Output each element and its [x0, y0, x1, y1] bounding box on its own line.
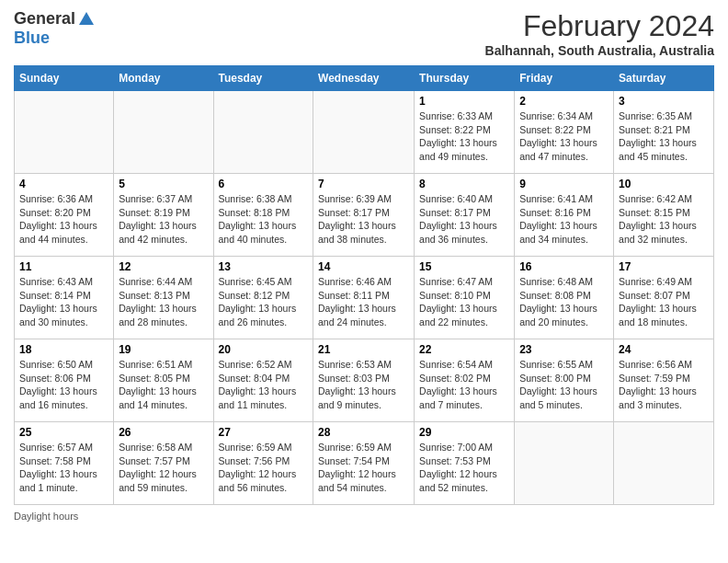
calendar-cell: [213, 91, 313, 174]
day-info: Sunrise: 6:43 AMSunset: 8:14 PMDaylight:…: [19, 275, 108, 329]
calendar-cell: 14Sunrise: 6:46 AMSunset: 8:11 PMDayligh…: [313, 257, 415, 339]
day-info: Sunrise: 6:44 AMSunset: 8:13 PMDaylight:…: [119, 275, 208, 329]
day-number: 25: [19, 426, 108, 439]
day-number: 10: [619, 178, 709, 190]
logo-icon: [77, 10, 96, 29]
calendar-cell: 2Sunrise: 6:34 AMSunset: 8:22 PMDaylight…: [515, 91, 614, 174]
day-number: 9: [519, 178, 609, 190]
day-number: 20: [219, 343, 309, 356]
calendar-cell: 26Sunrise: 6:58 AMSunset: 7:57 PMDayligh…: [114, 422, 213, 505]
day-info: Sunrise: 6:41 AMSunset: 8:16 PMDaylight:…: [519, 192, 609, 247]
calendar-cell: [114, 91, 213, 174]
calendar-cell: 9Sunrise: 6:41 AMSunset: 8:16 PMDaylight…: [515, 174, 614, 257]
month-year-title: February 2024: [485, 9, 714, 43]
calendar-week-2: 4Sunrise: 6:36 AMSunset: 8:20 PMDaylight…: [15, 174, 714, 257]
day-number: 29: [419, 426, 509, 439]
calendar-header-friday: Friday: [515, 66, 614, 91]
calendar-week-5: 25Sunrise: 6:57 AMSunset: 7:58 PMDayligh…: [15, 422, 714, 505]
day-number: 28: [318, 426, 409, 439]
day-info: Sunrise: 6:58 AMSunset: 7:57 PMDaylight:…: [119, 441, 208, 495]
calendar-header-row: SundayMondayTuesdayWednesdayThursdayFrid…: [15, 66, 714, 91]
day-number: 24: [619, 343, 709, 356]
day-info: Sunrise: 6:55 AMSunset: 8:00 PMDaylight:…: [519, 358, 609, 412]
day-info: Sunrise: 6:45 AMSunset: 8:12 PMDaylight:…: [219, 275, 309, 329]
calendar-cell: [313, 91, 415, 174]
day-number: 23: [519, 343, 609, 356]
day-number: 18: [19, 343, 108, 356]
calendar-header-saturday: Saturday: [614, 66, 714, 91]
day-number: 22: [419, 343, 509, 356]
calendar-cell: 4Sunrise: 6:36 AMSunset: 8:20 PMDaylight…: [15, 174, 114, 257]
day-info: Sunrise: 6:38 AMSunset: 8:18 PMDaylight:…: [219, 192, 309, 247]
day-info: Sunrise: 6:59 AMSunset: 7:54 PMDaylight:…: [318, 441, 409, 495]
day-number: 14: [318, 260, 409, 273]
calendar-cell: 24Sunrise: 6:56 AMSunset: 7:59 PMDayligh…: [614, 339, 714, 422]
day-info: Sunrise: 6:52 AMSunset: 8:04 PMDaylight:…: [219, 358, 309, 412]
day-info: Sunrise: 6:37 AMSunset: 8:19 PMDaylight:…: [119, 192, 208, 247]
calendar-cell: 21Sunrise: 6:53 AMSunset: 8:03 PMDayligh…: [313, 339, 415, 422]
day-info: Sunrise: 6:40 AMSunset: 8:17 PMDaylight:…: [419, 192, 509, 247]
daylight-hours-label: Daylight hours: [14, 511, 78, 522]
day-info: Sunrise: 6:51 AMSunset: 8:05 PMDaylight:…: [119, 358, 208, 412]
calendar-cell: 12Sunrise: 6:44 AMSunset: 8:13 PMDayligh…: [114, 257, 213, 339]
calendar-header-wednesday: Wednesday: [313, 66, 415, 91]
calendar-table: SundayMondayTuesdayWednesdayThursdayFrid…: [14, 65, 714, 505]
calendar-cell: [614, 422, 714, 505]
calendar-cell: 25Sunrise: 6:57 AMSunset: 7:58 PMDayligh…: [15, 422, 114, 505]
day-number: 26: [119, 426, 208, 439]
calendar-cell: 15Sunrise: 6:47 AMSunset: 8:10 PMDayligh…: [415, 257, 515, 339]
day-number: 21: [318, 343, 409, 356]
day-info: Sunrise: 6:35 AMSunset: 8:21 PMDaylight:…: [619, 109, 709, 164]
calendar-cell: 16Sunrise: 6:48 AMSunset: 8:08 PMDayligh…: [515, 257, 614, 339]
logo: General Blue: [14, 9, 96, 48]
day-number: 27: [219, 426, 309, 439]
calendar-cell: 20Sunrise: 6:52 AMSunset: 8:04 PMDayligh…: [213, 339, 313, 422]
calendar-cell: 6Sunrise: 6:38 AMSunset: 8:18 PMDaylight…: [213, 174, 313, 257]
day-info: Sunrise: 6:54 AMSunset: 8:02 PMDaylight:…: [419, 358, 509, 412]
calendar-cell: 5Sunrise: 6:37 AMSunset: 8:19 PMDaylight…: [114, 174, 213, 257]
logo-blue-text: Blue: [14, 29, 50, 48]
calendar-week-3: 11Sunrise: 6:43 AMSunset: 8:14 PMDayligh…: [15, 257, 714, 339]
day-number: 3: [619, 95, 709, 108]
calendar-cell: 8Sunrise: 6:40 AMSunset: 8:17 PMDaylight…: [415, 174, 515, 257]
calendar-cell: [15, 91, 114, 174]
day-info: Sunrise: 6:39 AMSunset: 8:17 PMDaylight:…: [318, 192, 409, 247]
calendar-cell: 11Sunrise: 6:43 AMSunset: 8:14 PMDayligh…: [15, 257, 114, 339]
day-number: 1: [419, 95, 509, 108]
day-info: Sunrise: 6:34 AMSunset: 8:22 PMDaylight:…: [519, 109, 609, 164]
day-number: 13: [219, 260, 309, 273]
day-info: Sunrise: 6:59 AMSunset: 7:56 PMDaylight:…: [219, 441, 309, 495]
day-info: Sunrise: 7:00 AMSunset: 7:53 PMDaylight:…: [419, 441, 509, 495]
day-number: 15: [419, 260, 509, 273]
day-number: 19: [119, 343, 208, 356]
day-info: Sunrise: 6:42 AMSunset: 8:15 PMDaylight:…: [619, 192, 709, 247]
day-number: 5: [119, 178, 208, 190]
calendar-cell: 3Sunrise: 6:35 AMSunset: 8:21 PMDaylight…: [614, 91, 714, 174]
day-info: Sunrise: 6:53 AMSunset: 8:03 PMDaylight:…: [318, 358, 409, 412]
title-section: February 2024 Balhannah, South Australia…: [485, 9, 714, 58]
header: General Blue February 2024 Balhannah, So…: [14, 9, 714, 58]
day-info: Sunrise: 6:57 AMSunset: 7:58 PMDaylight:…: [19, 441, 108, 495]
calendar-cell: 17Sunrise: 6:49 AMSunset: 8:07 PMDayligh…: [614, 257, 714, 339]
calendar-cell: 1Sunrise: 6:33 AMSunset: 8:22 PMDaylight…: [415, 91, 515, 174]
calendar-cell: 23Sunrise: 6:55 AMSunset: 8:00 PMDayligh…: [515, 339, 614, 422]
calendar-cell: 7Sunrise: 6:39 AMSunset: 8:17 PMDaylight…: [313, 174, 415, 257]
calendar-cell: 13Sunrise: 6:45 AMSunset: 8:12 PMDayligh…: [213, 257, 313, 339]
day-info: Sunrise: 6:33 AMSunset: 8:22 PMDaylight:…: [419, 109, 509, 164]
footer: Daylight hours: [14, 511, 714, 522]
day-info: Sunrise: 6:47 AMSunset: 8:10 PMDaylight:…: [419, 275, 509, 329]
calendar-header-sunday: Sunday: [15, 66, 114, 91]
day-number: 17: [619, 260, 709, 273]
day-number: 7: [318, 178, 409, 190]
day-info: Sunrise: 6:46 AMSunset: 8:11 PMDaylight:…: [318, 275, 409, 329]
calendar-cell: 27Sunrise: 6:59 AMSunset: 7:56 PMDayligh…: [213, 422, 313, 505]
svg-marker-0: [79, 12, 94, 25]
calendar-week-4: 18Sunrise: 6:50 AMSunset: 8:06 PMDayligh…: [15, 339, 714, 422]
calendar-cell: 22Sunrise: 6:54 AMSunset: 8:02 PMDayligh…: [415, 339, 515, 422]
calendar-cell: [515, 422, 614, 505]
calendar-cell: 28Sunrise: 6:59 AMSunset: 7:54 PMDayligh…: [313, 422, 415, 505]
calendar-cell: 19Sunrise: 6:51 AMSunset: 8:05 PMDayligh…: [114, 339, 213, 422]
day-number: 2: [519, 95, 609, 108]
day-number: 11: [19, 260, 108, 273]
day-info: Sunrise: 6:48 AMSunset: 8:08 PMDaylight:…: [519, 275, 609, 329]
